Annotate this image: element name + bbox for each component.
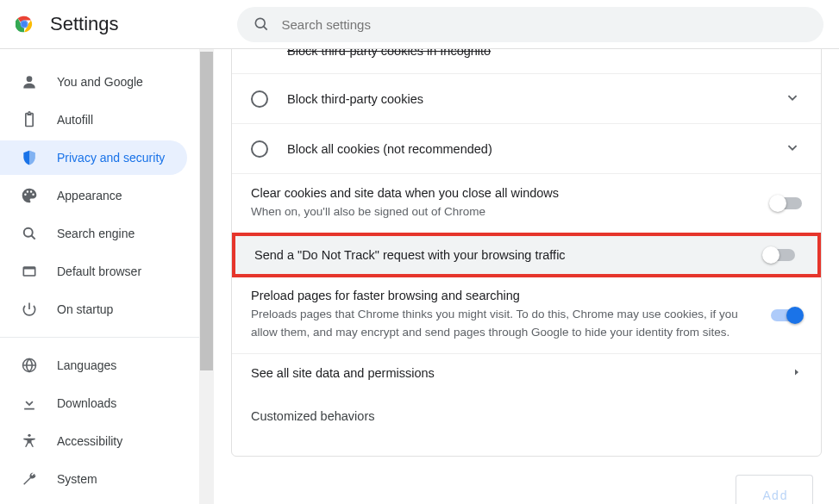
clear-on-exit-row[interactable]: Clear cookies and site data when you clo… [232, 174, 821, 233]
wrench-icon [21, 470, 38, 488]
sidebar-item-privacy-security[interactable]: Privacy and security [0, 140, 187, 175]
setting-title: Clear cookies and site data when you clo… [251, 186, 755, 200]
topbar: Settings [0, 0, 839, 49]
option-label: Block all cookies (not recommended) [287, 142, 764, 156]
nav-divider [0, 337, 206, 338]
cookie-option-block-third-party[interactable]: Block third-party cookies [232, 74, 821, 124]
shield-icon [21, 149, 38, 166]
person-icon [21, 73, 38, 90]
svg-rect-10 [23, 266, 36, 269]
sidebar-item-label: Autofill [57, 113, 93, 127]
accessibility-icon [21, 432, 38, 450]
svg-point-3 [22, 22, 28, 28]
browser-icon [21, 263, 38, 280]
clipboard-icon [21, 111, 38, 128]
sidebar-item-downloads[interactable]: Downloads [0, 386, 187, 420]
do-not-track-toggle[interactable] [764, 249, 795, 261]
svg-point-7 [24, 228, 33, 237]
button-label: A d d [763, 488, 786, 502]
sidebar-item-label: Languages [57, 358, 116, 372]
settings-card: Block third-party cookies in Incognito B… [231, 49, 822, 457]
see-all-site-data-row[interactable]: See all site data and permissions [232, 354, 821, 392]
sidebar-item-label: Downloads [57, 396, 116, 410]
sidebar-item-label: You and Google [57, 75, 143, 89]
sidebar-item-label: Default browser [57, 264, 141, 278]
setting-title: Send a "Do Not Track" request with your … [254, 248, 764, 262]
svg-line-8 [32, 236, 35, 240]
add-button-partial[interactable]: A d d [736, 475, 813, 504]
setting-title: See all site data and permissions [251, 366, 776, 380]
cookie-option-incognito[interactable]: Block third-party cookies in Incognito [232, 49, 821, 74]
power-icon [21, 301, 38, 318]
preload-pages-row[interactable]: Preload pages for faster browsing and se… [232, 277, 821, 354]
chevron-down-icon[interactable] [783, 88, 802, 109]
radio-icon [251, 140, 268, 158]
svg-point-13 [28, 434, 30, 437]
chrome-logo-icon [14, 14, 34, 34]
sidebar-item-label: Accessibility [57, 434, 122, 448]
svg-rect-11 [24, 270, 34, 276]
sidebar-item-languages[interactable]: Languages [0, 348, 187, 383]
sidebar-item-autofill[interactable]: Autofill [0, 103, 187, 137]
download-icon [21, 395, 38, 412]
search-icon [253, 16, 270, 33]
sidebar: You and Google Autofill Privacy and secu… [0, 49, 207, 504]
setting-title: Preload pages for faster browsing and se… [251, 289, 755, 302]
search-icon [21, 225, 38, 242]
search-box[interactable] [237, 7, 823, 42]
page-title: Settings [50, 13, 119, 35]
sidebar-item-label: System [57, 472, 97, 486]
sidebar-item-label: Appearance [57, 189, 122, 202]
search-input[interactable] [282, 17, 808, 32]
option-label: Block third-party cookies in Incognito [287, 49, 764, 58]
sidebar-item-label: Search engine [57, 227, 135, 240]
globe-icon [21, 357, 38, 374]
main-content: Block third-party cookies in Incognito B… [207, 49, 839, 504]
setting-text: Clear cookies and site data when you clo… [251, 186, 755, 221]
sidebar-item-label: Privacy and security [57, 151, 165, 165]
clear-on-exit-toggle[interactable] [771, 197, 802, 209]
sidebar-item-search-engine[interactable]: Search engine [0, 216, 187, 251]
option-label: Block third-party cookies [287, 92, 764, 106]
sidebar-item-you-and-google[interactable]: You and Google [0, 65, 187, 99]
setting-text: See all site data and permissions [251, 366, 776, 380]
brand: Settings [14, 13, 221, 35]
radio-icon [251, 90, 268, 108]
svg-marker-14 [795, 369, 798, 375]
palette-icon [21, 187, 38, 204]
customized-behaviors-heading: Customized behaviors [232, 392, 821, 430]
sidebar-item-system[interactable]: System [0, 462, 187, 496]
chevron-down-icon[interactable] [783, 138, 802, 159]
setting-text: Preload pages for faster browsing and se… [251, 289, 755, 341]
arrow-right-icon [792, 366, 802, 380]
do-not-track-row[interactable]: Send a "Do Not Track" request with your … [232, 233, 821, 277]
svg-point-4 [255, 18, 265, 28]
svg-line-5 [263, 27, 266, 30]
svg-point-6 [27, 76, 33, 82]
sidebar-item-on-startup[interactable]: On startup [0, 292, 187, 327]
setting-text: Send a "Do Not Track" request with your … [254, 248, 764, 262]
cookie-option-block-all[interactable]: Block all cookies (not recommended) [232, 124, 821, 174]
sidebar-item-default-browser[interactable]: Default browser [0, 254, 187, 289]
setting-sub: When on, you'll also be signed out of Ch… [251, 203, 755, 221]
sidebar-item-accessibility[interactable]: Accessibility [0, 424, 187, 458]
search-container [235, 7, 825, 42]
sidebar-item-appearance[interactable]: Appearance [0, 178, 187, 213]
preload-toggle[interactable] [771, 309, 802, 321]
setting-sub: Preloads pages that Chrome thinks you mi… [251, 306, 755, 341]
sidebar-item-label: On startup [57, 302, 113, 316]
